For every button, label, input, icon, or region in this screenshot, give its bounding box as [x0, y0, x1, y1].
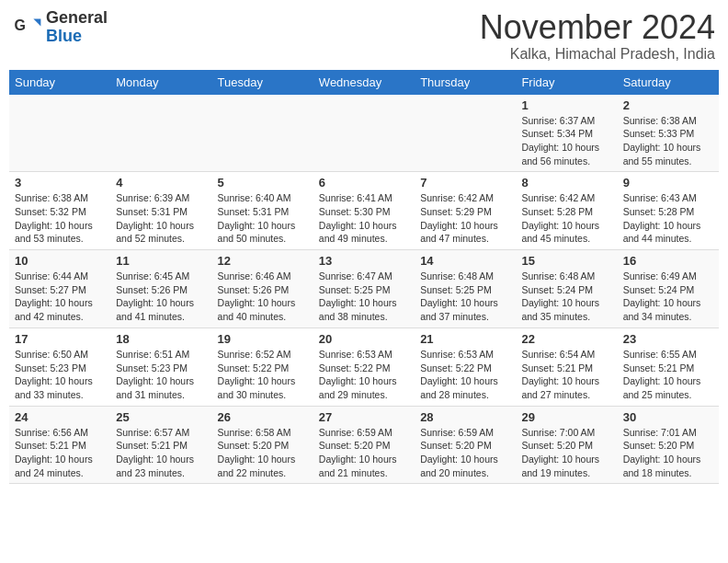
calendar-cell: 30Sunrise: 7:01 AM Sunset: 5:20 PM Dayli…: [618, 406, 719, 484]
day-detail: Sunrise: 6:50 AM Sunset: 5:23 PM Dayligh…: [15, 348, 105, 402]
day-detail: Sunrise: 6:53 AM Sunset: 5:22 PM Dayligh…: [420, 348, 510, 402]
calendar-cell: [9, 95, 110, 172]
calendar-week-5: 24Sunrise: 6:56 AM Sunset: 5:21 PM Dayli…: [9, 406, 719, 484]
calendar-cell: 9Sunrise: 6:43 AM Sunset: 5:28 PM Daylig…: [618, 172, 719, 250]
day-detail: Sunrise: 6:47 AM Sunset: 5:25 PM Dayligh…: [319, 270, 409, 324]
page-header: G General Blue November 2024 Kalka, Hima…: [9, 9, 719, 63]
day-number: 9: [623, 176, 713, 190]
day-number: 17: [15, 332, 105, 346]
day-number: 11: [116, 254, 206, 268]
day-detail: Sunrise: 6:45 AM Sunset: 5:26 PM Dayligh…: [116, 270, 206, 324]
day-number: 22: [521, 332, 611, 346]
day-detail: Sunrise: 6:57 AM Sunset: 5:21 PM Dayligh…: [116, 426, 206, 480]
header-row: SundayMondayTuesdayWednesdayThursdayFrid…: [9, 70, 719, 95]
calendar-cell: 17Sunrise: 6:50 AM Sunset: 5:23 PM Dayli…: [9, 327, 110, 406]
day-detail: Sunrise: 6:42 AM Sunset: 5:28 PM Dayligh…: [521, 191, 611, 246]
calendar-week-1: 1Sunrise: 6:37 AM Sunset: 5:34 PM Daylig…: [9, 95, 719, 172]
day-detail: Sunrise: 6:42 AM Sunset: 5:29 PM Dayligh…: [420, 191, 510, 246]
day-detail: Sunrise: 6:53 AM Sunset: 5:22 PM Dayligh…: [319, 348, 409, 402]
calendar-header: SundayMondayTuesdayWednesdayThursdayFrid…: [9, 70, 719, 95]
calendar-cell: 4Sunrise: 6:39 AM Sunset: 5:31 PM Daylig…: [110, 172, 211, 250]
header-day-wednesday: Wednesday: [313, 70, 415, 95]
day-detail: Sunrise: 6:38 AM Sunset: 5:32 PM Dayligh…: [15, 191, 105, 246]
calendar-cell: [212, 95, 313, 172]
calendar-cell: [313, 95, 415, 172]
calendar-cell: [415, 95, 516, 172]
day-detail: Sunrise: 6:52 AM Sunset: 5:22 PM Dayligh…: [218, 348, 308, 402]
calendar-cell: 13Sunrise: 6:47 AM Sunset: 5:25 PM Dayli…: [313, 250, 415, 328]
calendar-cell: 12Sunrise: 6:46 AM Sunset: 5:26 PM Dayli…: [212, 250, 313, 328]
day-number: 3: [15, 176, 105, 190]
day-number: 1: [521, 98, 611, 112]
day-number: 24: [15, 410, 105, 424]
month-title: November 2024: [480, 9, 715, 46]
calendar-cell: [110, 95, 211, 172]
day-detail: Sunrise: 6:59 AM Sunset: 5:20 PM Dayligh…: [420, 426, 510, 480]
day-number: 16: [623, 254, 713, 268]
calendar-cell: 8Sunrise: 6:42 AM Sunset: 5:28 PM Daylig…: [516, 172, 617, 250]
header-day-monday: Monday: [110, 70, 211, 95]
day-number: 28: [420, 410, 510, 424]
day-detail: Sunrise: 6:56 AM Sunset: 5:21 PM Dayligh…: [15, 426, 105, 480]
header-day-thursday: Thursday: [415, 70, 516, 95]
logo-blue-text: Blue: [46, 28, 108, 46]
calendar-cell: 28Sunrise: 6:59 AM Sunset: 5:20 PM Dayli…: [415, 406, 516, 484]
calendar-cell: 20Sunrise: 6:53 AM Sunset: 5:22 PM Dayli…: [313, 327, 415, 406]
calendar-cell: 21Sunrise: 6:53 AM Sunset: 5:22 PM Dayli…: [415, 327, 516, 406]
svg-marker-1: [33, 18, 40, 26]
calendar-cell: 1Sunrise: 6:37 AM Sunset: 5:34 PM Daylig…: [516, 95, 617, 172]
calendar-cell: 7Sunrise: 6:42 AM Sunset: 5:29 PM Daylig…: [415, 172, 516, 250]
calendar-cell: 24Sunrise: 6:56 AM Sunset: 5:21 PM Dayli…: [9, 406, 110, 484]
calendar-cell: 19Sunrise: 6:52 AM Sunset: 5:22 PM Dayli…: [212, 327, 313, 406]
calendar-cell: 5Sunrise: 6:40 AM Sunset: 5:31 PM Daylig…: [212, 172, 313, 250]
day-number: 12: [218, 254, 308, 268]
calendar-cell: 10Sunrise: 6:44 AM Sunset: 5:27 PM Dayli…: [9, 250, 110, 328]
logo-text: General Blue: [46, 9, 108, 46]
calendar-cell: 23Sunrise: 6:55 AM Sunset: 5:21 PM Dayli…: [618, 327, 719, 406]
day-number: 4: [116, 176, 206, 190]
day-number: 19: [218, 332, 308, 346]
calendar-cell: 15Sunrise: 6:48 AM Sunset: 5:24 PM Dayli…: [516, 250, 617, 328]
day-detail: Sunrise: 6:44 AM Sunset: 5:27 PM Dayligh…: [15, 270, 105, 324]
header-day-tuesday: Tuesday: [212, 70, 313, 95]
day-detail: Sunrise: 6:41 AM Sunset: 5:30 PM Dayligh…: [319, 191, 409, 246]
calendar-cell: 22Sunrise: 6:54 AM Sunset: 5:21 PM Dayli…: [516, 327, 617, 406]
day-detail: Sunrise: 6:55 AM Sunset: 5:21 PM Dayligh…: [623, 348, 713, 402]
day-number: 5: [218, 176, 308, 190]
location-subtitle: Kalka, Himachal Pradesh, India: [480, 46, 715, 63]
day-detail: Sunrise: 6:40 AM Sunset: 5:31 PM Dayligh…: [218, 191, 308, 246]
day-detail: Sunrise: 6:48 AM Sunset: 5:25 PM Dayligh…: [420, 270, 510, 324]
day-detail: Sunrise: 6:49 AM Sunset: 5:24 PM Dayligh…: [623, 270, 713, 324]
day-number: 21: [420, 332, 510, 346]
day-number: 29: [521, 410, 611, 424]
day-detail: Sunrise: 6:59 AM Sunset: 5:20 PM Dayligh…: [319, 426, 409, 480]
header-day-friday: Friday: [516, 70, 617, 95]
calendar-cell: 16Sunrise: 6:49 AM Sunset: 5:24 PM Dayli…: [618, 250, 719, 328]
day-number: 27: [319, 410, 409, 424]
svg-text:G: G: [15, 17, 26, 33]
day-number: 25: [116, 410, 206, 424]
day-number: 14: [420, 254, 510, 268]
logo-icon: G: [13, 13, 42, 42]
day-detail: Sunrise: 7:00 AM Sunset: 5:20 PM Dayligh…: [521, 426, 611, 480]
calendar-week-3: 10Sunrise: 6:44 AM Sunset: 5:27 PM Dayli…: [9, 250, 719, 328]
calendar-cell: 29Sunrise: 7:00 AM Sunset: 5:20 PM Dayli…: [516, 406, 617, 484]
header-day-sunday: Sunday: [9, 70, 110, 95]
title-block: November 2024 Kalka, Himachal Pradesh, I…: [480, 9, 715, 63]
day-detail: Sunrise: 6:48 AM Sunset: 5:24 PM Dayligh…: [521, 270, 611, 324]
day-detail: Sunrise: 6:54 AM Sunset: 5:21 PM Dayligh…: [521, 348, 611, 402]
day-number: 8: [521, 176, 611, 190]
calendar-cell: 3Sunrise: 6:38 AM Sunset: 5:32 PM Daylig…: [9, 172, 110, 250]
day-detail: Sunrise: 6:43 AM Sunset: 5:28 PM Dayligh…: [623, 191, 713, 246]
calendar-cell: 2Sunrise: 6:38 AM Sunset: 5:33 PM Daylig…: [618, 95, 719, 172]
calendar-week-4: 17Sunrise: 6:50 AM Sunset: 5:23 PM Dayli…: [9, 327, 719, 406]
day-detail: Sunrise: 7:01 AM Sunset: 5:20 PM Dayligh…: [623, 426, 713, 480]
calendar-week-2: 3Sunrise: 6:38 AM Sunset: 5:32 PM Daylig…: [9, 172, 719, 250]
calendar-cell: 26Sunrise: 6:58 AM Sunset: 5:20 PM Dayli…: [212, 406, 313, 484]
day-number: 13: [319, 254, 409, 268]
day-number: 2: [623, 98, 713, 112]
calendar-cell: 25Sunrise: 6:57 AM Sunset: 5:21 PM Dayli…: [110, 406, 211, 484]
day-number: 26: [218, 410, 308, 424]
day-number: 15: [521, 254, 611, 268]
calendar-table: SundayMondayTuesdayWednesdayThursdayFrid…: [9, 70, 719, 485]
